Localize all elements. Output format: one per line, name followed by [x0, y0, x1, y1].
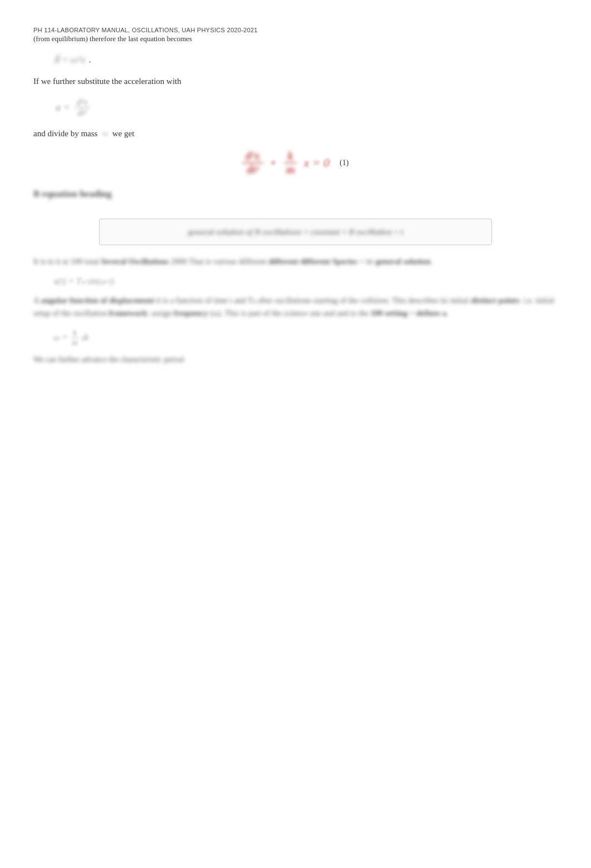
xt-equation-block: x(t) = T₀ sin(ω t)	[53, 276, 558, 286]
acc-symbol-a: a =	[56, 102, 70, 113]
and-divide-text: and divide by mass	[33, 129, 97, 138]
top-equation-block: ẍ + ω²x .	[53, 53, 558, 66]
omega-fraction: k m	[70, 328, 80, 348]
eq-left-num: d²x	[242, 150, 263, 163]
boxed-equation-text: general solution of B oscillations = con…	[188, 227, 403, 236]
we-get-text: we get	[112, 129, 135, 138]
mass-variable: m	[102, 129, 108, 138]
eq-right-num: k	[284, 150, 297, 163]
omega-den: m	[70, 338, 80, 348]
eq-equals: x = 0	[304, 156, 330, 170]
footer-text: We can further advance the characteristi…	[33, 355, 558, 364]
boxed-equation-container: general solution of B oscillations = con…	[99, 219, 493, 245]
and-divide-sentence: and divide by mass m we get	[33, 129, 558, 138]
top-eq-symbol: ẍ + ω²x	[53, 53, 86, 66]
acc-numerator: d²x	[75, 97, 90, 108]
acceleration-equation: a = d²x dt²	[56, 97, 558, 118]
eq-left-fraction: d²x dt²	[242, 150, 263, 176]
eq-plus-sign: +	[269, 156, 277, 170]
body-paragraph-2: A angular function of displacement it is…	[33, 294, 558, 320]
section-b-heading-block: B equation heading	[33, 189, 558, 206]
acc-fraction: d²x dt²	[75, 97, 90, 118]
main-equation-block: d²x dt² + k m x = 0 (1)	[33, 150, 558, 176]
omega-num: k	[71, 328, 78, 338]
page-header-title: PH 114-LABORATORY MANUAL, OSCILLATIONS, …	[33, 27, 558, 33]
page-header-subtitle: (from equilibrium) therefore the last eq…	[33, 34, 558, 43]
section-b-heading: B equation heading	[33, 189, 112, 200]
equation-number: (1)	[339, 158, 348, 167]
eq-right-den: m	[283, 163, 298, 176]
body-paragraph-1: It is to it at 100 total Several Oscilla…	[33, 255, 558, 268]
intro-sentence: If we further substitute the acceleratio…	[33, 77, 558, 86]
xt-formula-text: x(t) = T₀ sin(ω t)	[53, 276, 114, 286]
page-container: PH 114-LABORATORY MANUAL, OSCILLATIONS, …	[0, 0, 591, 868]
omega-sym: ω =	[53, 333, 68, 343]
omega-dt: dt	[82, 333, 88, 343]
acc-denominator: dt²	[75, 108, 89, 118]
eq-right-fraction: k m	[283, 150, 298, 176]
eq-left-den: dt²	[244, 163, 263, 176]
omega-equation-block: ω = k m dt	[53, 328, 558, 348]
top-eq-dot: .	[89, 54, 92, 66]
